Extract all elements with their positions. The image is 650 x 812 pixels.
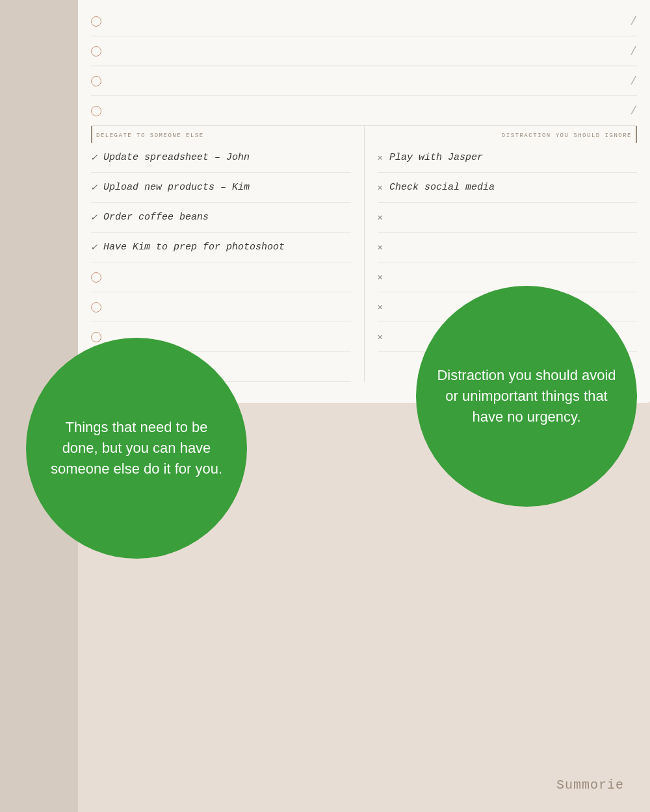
- x-icon-1: ✕: [378, 152, 383, 163]
- delegate-task-text-4: Have Kim to prep for photoshoot: [103, 242, 285, 253]
- check-icon-2: ✓: [91, 181, 97, 194]
- distraction-task-1: ✕ Play with Jasper: [378, 143, 638, 173]
- circle-delegate-explanation: Things that need to be done, but you can…: [26, 338, 247, 559]
- top-row-4: /: [91, 96, 637, 126]
- distraction-task-2: ✕ Check social media: [378, 173, 638, 203]
- delegate-task-1: ✓ Update spreadsheet – John: [91, 143, 351, 173]
- delegate-task-2: ✓ Upload new products – Kim: [91, 173, 351, 203]
- circle-icon-4: [91, 106, 101, 116]
- x-icon-empty-3: ✕: [378, 272, 383, 283]
- check-icon-4: ✓: [91, 241, 97, 253]
- distraction-task-text-2: Check social media: [389, 182, 495, 193]
- circle-left-text: Things that need to be done, but you can…: [46, 417, 228, 479]
- circle-right-text: Distraction you should avoid or unimport…: [436, 365, 618, 427]
- delegate-circle-3: [91, 332, 101, 342]
- delegate-circle-1: [91, 272, 101, 283]
- delegate-task-text-2: Upload new products – Kim: [103, 182, 250, 193]
- slash-icon-4: /: [630, 105, 637, 118]
- distraction-header: DISTRACTION YOU SHOULD IGNORE: [378, 126, 638, 143]
- delegate-task-4: ✓ Have Kim to prep for photoshoot: [91, 233, 351, 262]
- slash-icon-1: /: [630, 15, 637, 28]
- slash-icon-3: /: [630, 75, 637, 88]
- circle-icon-2: [91, 46, 101, 57]
- x-icon-empty-1: ✕: [378, 212, 383, 223]
- circle-icon-3: [91, 76, 101, 86]
- slash-icon-2: /: [630, 45, 637, 58]
- delegate-task-3: ✓ Order coffee beans: [91, 203, 351, 233]
- top-row-3: /: [91, 66, 637, 96]
- delegate-circle-2: [91, 302, 101, 312]
- top-lines-section: / / / /: [78, 0, 650, 126]
- check-icon-3: ✓: [91, 211, 97, 223]
- delegate-header: DELEGATE TO SOMEONE ELSE: [91, 126, 351, 143]
- top-row-1: /: [91, 6, 637, 36]
- distraction-empty-2: ✕: [378, 233, 638, 262]
- delegate-task-text-1: Update spreadsheet – John: [103, 152, 250, 163]
- x-icon-empty-5: ✕: [378, 331, 383, 342]
- delegate-empty-2: [91, 292, 351, 322]
- brand-text: Summorie: [556, 778, 624, 793]
- check-icon-1: ✓: [91, 151, 97, 164]
- x-icon-empty-2: ✕: [378, 242, 383, 253]
- circle-icon-1: [91, 16, 101, 27]
- distraction-task-text-1: Play with Jasper: [389, 152, 483, 163]
- top-row-2: /: [91, 36, 637, 66]
- x-icon-2: ✕: [378, 182, 383, 193]
- delegate-task-text-3: Order coffee beans: [103, 212, 209, 223]
- distraction-empty-1: ✕: [378, 203, 638, 233]
- delegate-empty-1: [91, 262, 351, 292]
- x-icon-empty-4: ✕: [378, 301, 383, 312]
- circle-distraction-explanation: Distraction you should avoid or unimport…: [416, 286, 637, 507]
